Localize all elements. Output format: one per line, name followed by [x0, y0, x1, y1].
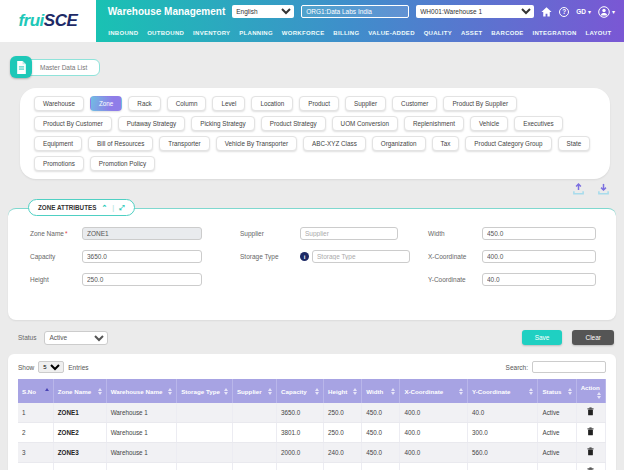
sort-icon [597, 391, 601, 399]
tab-supplier[interactable]: Supplier [345, 96, 386, 111]
delete-row-button[interactable] [576, 422, 605, 442]
tab-abc-xyz-class[interactable]: ABC-XYZ Class [303, 136, 366, 151]
column-header-capacity[interactable]: Capacity [277, 379, 324, 403]
column-header-x-coordinate[interactable]: X-Coordinate [400, 379, 468, 403]
organization-input[interactable] [301, 5, 409, 18]
tab-customer[interactable]: Customer [392, 96, 437, 111]
delete-row-button[interactable] [576, 462, 605, 470]
field-input-width[interactable] [482, 227, 596, 240]
tab-product-by-supplier[interactable]: Product By Supplier [443, 96, 517, 111]
sort-up-arrow [98, 388, 102, 391]
nav-item-planning[interactable]: PLANNING [239, 30, 273, 36]
column-header-storage-type[interactable]: Storage Type [177, 379, 233, 403]
tab-column[interactable]: Column [167, 96, 207, 111]
field-input-supplier[interactable] [300, 227, 398, 240]
tab-replenishment[interactable]: Replenishment [404, 116, 464, 131]
home-button[interactable] [541, 7, 552, 17]
cell-warehouse-name: Warehouse 1 [106, 422, 177, 442]
cell-width: 450.0 [362, 442, 400, 462]
language-select[interactable]: English [232, 5, 294, 18]
field-input-y-coordinate[interactable] [482, 273, 596, 286]
required-asterisk: * [65, 230, 68, 237]
nav-item-inbound[interactable]: INBOUND [108, 30, 138, 36]
tab-product[interactable]: Product [299, 96, 339, 111]
collapse-chevron-up-icon[interactable]: ⌃ [101, 204, 107, 211]
nav-item-barcode[interactable]: BARCODE [491, 30, 523, 36]
tab-transporter[interactable]: Transporter [159, 136, 209, 151]
sort-icon [459, 387, 463, 395]
column-header-s-no[interactable]: S.No [18, 379, 53, 403]
column-header-label: Width [366, 388, 383, 395]
clear-button[interactable]: Clear [572, 330, 614, 345]
profile-menu[interactable]: ▾ [598, 6, 615, 18]
user-initials-menu[interactable]: GD ▾ [576, 8, 591, 15]
page-size-select[interactable]: 5 [38, 361, 64, 373]
cell-x-coordinate: 400.0 [400, 442, 468, 462]
table-header-row: S.NoZone NameWarehouse NameStorage TypeS… [18, 379, 606, 403]
tab-zone[interactable]: Zone [90, 96, 122, 111]
help-button[interactable]: ? [559, 7, 569, 17]
nav-item-layout[interactable]: LAYOUT [586, 30, 612, 36]
cell-supplier [232, 422, 276, 442]
tab-tax[interactable]: Tax [432, 136, 460, 151]
zone-attributes-tab[interactable]: ZONE ATTRIBUTES ⌃ | ⤢ [28, 199, 135, 216]
expand-icon[interactable]: ⤢ [119, 204, 125, 211]
tab-state[interactable]: State [558, 136, 591, 151]
tab-product-category-group[interactable]: Product Category Group [465, 136, 551, 151]
tab-promotions[interactable]: Promotions [34, 156, 84, 171]
column-header-status[interactable]: Status [538, 379, 576, 403]
upload-button[interactable] [572, 183, 585, 196]
column-header-label: Height [328, 388, 347, 395]
tab-level[interactable]: Level [212, 96, 245, 111]
tab-location[interactable]: Location [251, 96, 293, 111]
column-header-label: Storage Type [181, 388, 220, 395]
field-input-height[interactable] [82, 273, 202, 286]
tab-rack[interactable]: Rack [128, 96, 160, 111]
field-input-zone-name[interactable] [82, 227, 202, 240]
nav-item-integration[interactable]: INTEGRATION [533, 30, 577, 36]
tab-vehicle-by-transporter[interactable]: Vehicle By Transporter [216, 136, 297, 151]
delete-row-button[interactable] [576, 403, 605, 423]
form-field-width: Width [428, 227, 596, 240]
field-input-x-coordinate[interactable] [482, 250, 596, 263]
search-input[interactable] [532, 361, 606, 373]
status-select[interactable]: Active [44, 331, 108, 345]
field-input-storage-type[interactable] [312, 250, 410, 263]
column-header-y-coordinate[interactable]: Y-Coordinate [467, 379, 538, 403]
nav-item-asset[interactable]: ASSET [461, 30, 483, 36]
tab-warehouse[interactable]: Warehouse [34, 96, 84, 111]
tab-organization[interactable]: Organization [372, 136, 426, 151]
nav-item-outbound[interactable]: OUTBOUND [147, 30, 184, 36]
column-header-warehouse-name[interactable]: Warehouse Name [106, 379, 177, 403]
column-header-zone-name[interactable]: Zone Name [53, 379, 106, 403]
nav-item-inventory[interactable]: INVENTORY [193, 30, 230, 36]
field-input-capacity[interactable] [82, 250, 202, 263]
tab-product-strategy[interactable]: Product Strategy [261, 116, 326, 131]
download-button[interactable] [597, 183, 610, 196]
field-label-supplier: Supplier [240, 230, 300, 237]
tab-equipment[interactable]: Equipment [34, 136, 82, 151]
header-gradient: Warehouse Management English WH001:Wareh… [96, 0, 624, 42]
tab-picking-strategy[interactable]: Picking Strategy [191, 116, 255, 131]
master-data-list-control[interactable]: Master Data List [10, 56, 624, 78]
nav-item-workforce[interactable]: WORKFORCE [282, 30, 325, 36]
cell-capacity: 5000.0 [277, 462, 324, 470]
nav-item-billing[interactable]: BILLING [333, 30, 359, 36]
tab-executives[interactable]: Executives [514, 116, 562, 131]
column-header-width[interactable]: Width [362, 379, 400, 403]
tab-vehicle[interactable]: Vehicle [470, 116, 508, 131]
tab-bill-of-resources[interactable]: Bill of Resources [88, 136, 153, 151]
column-header-supplier[interactable]: Supplier [232, 379, 276, 403]
tab-promotion-policy[interactable]: Promotion Policy [90, 156, 155, 171]
delete-row-button[interactable] [576, 442, 605, 462]
tab-product-by-customer[interactable]: Product By Customer [34, 116, 112, 131]
save-button[interactable]: Save [522, 330, 563, 345]
column-header-height[interactable]: Height [324, 379, 362, 403]
warehouse-select[interactable]: WH001:Warehouse 1 [416, 5, 534, 18]
status-actions-row: Status Active Save Clear [18, 330, 614, 345]
tab-putaway-strategy[interactable]: Putaway Strategy [118, 116, 185, 131]
column-header-action[interactable]: Action [576, 379, 605, 403]
nav-item-quality[interactable]: QUALITY [424, 30, 452, 36]
nav-item-value-added[interactable]: VALUE-ADDED [368, 30, 415, 36]
tab-uom-conversion[interactable]: UOM Conversion [332, 116, 398, 131]
